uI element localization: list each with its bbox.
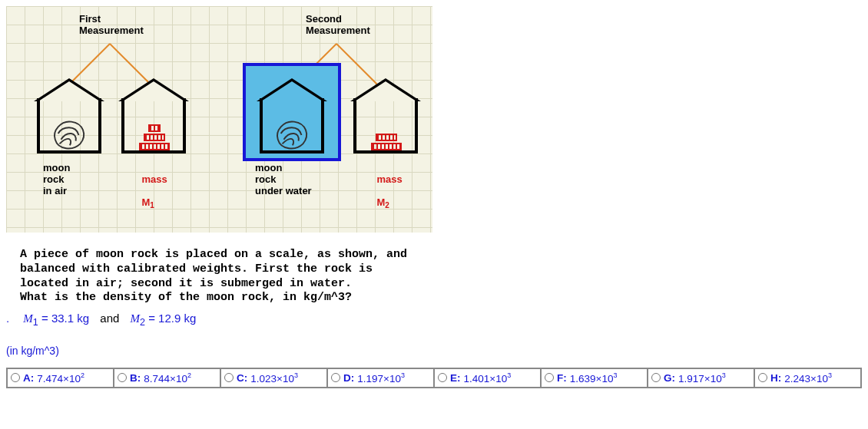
mass2-label-block: mass M2 — [366, 163, 403, 221]
answer-letter: E: — [450, 372, 461, 384]
unit-prompt: (in kg/m^3) — [6, 345, 862, 357]
diagram: First Measurement Second Measurement moo… — [6, 6, 432, 233]
answer-radio-c[interactable] — [224, 373, 234, 382]
answers-row: A: 7.474×102B: 8.744×102C: 1.023×103D: 1… — [6, 368, 862, 388]
answer-option-h[interactable]: H: 2.243×103 — [755, 369, 862, 388]
answer-option-g[interactable]: G: 1.917×103 — [648, 369, 755, 388]
mass1-sub: 1 — [150, 201, 154, 210]
second-measurement-label: Second Measurement — [306, 14, 370, 37]
weights-icon — [370, 134, 403, 152]
mass1-symbol: M — [141, 196, 150, 208]
answer-option-e[interactable]: E: 1.401×103 — [435, 369, 542, 388]
answer-value: 1.023×103 — [250, 371, 298, 384]
answer-value: 1.917×103 — [678, 371, 726, 384]
mass1-word: mass — [141, 173, 167, 185]
answer-letter: C: — [237, 372, 247, 384]
answer-option-d[interactable]: D: 1.197×103 — [328, 369, 435, 388]
answer-radio-d[interactable] — [331, 373, 340, 382]
m2-value: 12.9 kg — [158, 312, 196, 325]
answer-letter: G: — [664, 372, 675, 384]
answer-radio-a[interactable] — [11, 373, 20, 382]
answer-letter: A: — [23, 372, 34, 384]
answer-radio-g[interactable] — [651, 373, 661, 382]
answer-value: 1.197×103 — [357, 371, 405, 384]
given-values: . M1 = 33.1 kg and M2 = 12.9 kg — [6, 312, 862, 328]
answer-option-b[interactable]: B: 8.744×102 — [114, 369, 221, 388]
answer-letter: B: — [130, 372, 141, 384]
answer-option-f[interactable]: F: 1.639×103 — [542, 369, 648, 388]
scale-pan-mass1 — [118, 78, 189, 155]
answer-value: 2.243×103 — [784, 371, 832, 384]
answer-value: 7.474×102 — [37, 371, 84, 384]
m1-sub: 1 — [33, 317, 38, 328]
scale-pan-rock-water — [257, 78, 327, 155]
answer-letter: D: — [343, 372, 354, 384]
answer-radio-b[interactable] — [118, 373, 127, 382]
mass2-sub: 2 — [385, 201, 389, 210]
answer-radio-f[interactable] — [545, 373, 554, 382]
mass1-label-block: mass M1 — [131, 163, 167, 221]
m1-symbol: M — [23, 312, 33, 325]
moon-rock-air-label: moon rock in air — [43, 163, 70, 197]
answer-option-a[interactable]: A: 7.474×102 — [8, 369, 114, 388]
moon-rock-icon — [273, 117, 310, 150]
m2-symbol: M — [131, 312, 141, 325]
question-text: A piece of moon rock is placed on a scal… — [20, 248, 862, 305]
mass2-word: mass — [376, 173, 402, 185]
scale-pan-mass2 — [350, 78, 421, 155]
scale-pan-rock-air — [34, 78, 104, 155]
first-measurement-label: First Measurement — [79, 14, 144, 37]
answer-option-c[interactable]: C: 1.023×103 — [221, 369, 328, 388]
m1-value: 33.1 kg — [51, 312, 89, 325]
mass2-symbol: M — [376, 196, 385, 208]
answer-letter: H: — [770, 372, 781, 384]
answer-radio-h[interactable] — [758, 373, 767, 382]
and-word: and — [100, 312, 119, 325]
answer-radio-e[interactable] — [438, 373, 447, 382]
m2-sub: 2 — [140, 317, 145, 328]
moon-rock-icon — [51, 117, 88, 150]
answer-value: 1.401×103 — [464, 371, 512, 384]
answer-value: 1.639×103 — [570, 371, 618, 384]
answer-letter: F: — [557, 372, 567, 384]
weights-icon — [138, 124, 171, 152]
answer-value: 8.744×102 — [144, 371, 191, 384]
moon-rock-water-label: moon rock under water — [255, 163, 312, 197]
